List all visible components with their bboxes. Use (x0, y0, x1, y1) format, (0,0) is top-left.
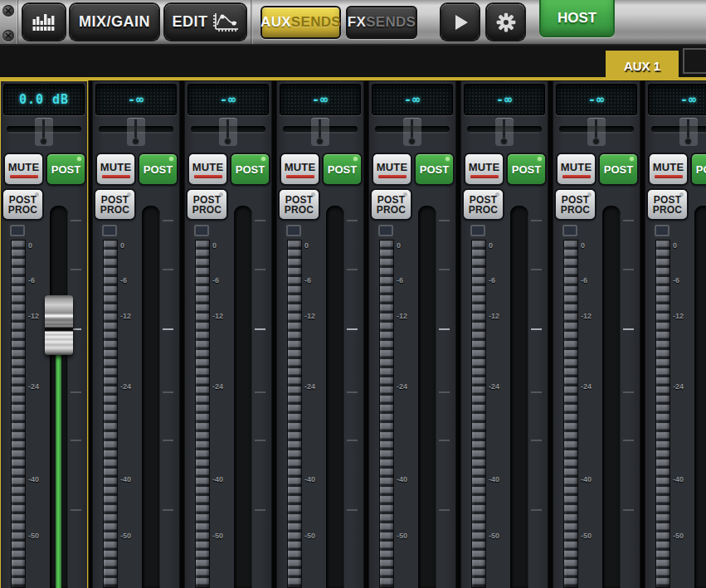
pan-slider-handle[interactable] (679, 118, 698, 146)
post-button[interactable]: POST (324, 154, 361, 184)
pan-slider-handle[interactable] (127, 118, 145, 146)
post-proc-led (35, 192, 39, 197)
fader-knob[interactable] (45, 295, 73, 355)
meter-scale-label: 0 (581, 241, 602, 250)
level-display[interactable]: -∞ (280, 84, 361, 115)
post-proc-button[interactable]: POST PROC (3, 190, 42, 219)
post-button[interactable]: POST (508, 154, 545, 184)
fader-track[interactable] (326, 206, 344, 588)
post-proc-button[interactable]: POST PROC (95, 190, 134, 219)
mute-button[interactable]: MUTE (650, 154, 687, 184)
level-meter (563, 240, 578, 588)
post-led (169, 157, 173, 161)
meter-scale-label: 0 (673, 241, 694, 250)
post-label: POST (328, 163, 357, 176)
meter-scale-label: -24 (212, 382, 234, 391)
meter-scale-label: -50 (581, 532, 602, 540)
fx-sends-button[interactable]: FXSENDS (346, 6, 417, 39)
mute-button[interactable]: MUTE (373, 154, 411, 184)
fader-tick (255, 220, 265, 221)
pan-slider-handle[interactable] (219, 118, 237, 146)
level-display-value: -∞ (496, 92, 513, 107)
post-proc-led (311, 192, 315, 197)
fader-track[interactable] (142, 206, 160, 588)
post-button[interactable]: POST (416, 154, 453, 184)
post-proc-button[interactable]: POST PROC (648, 190, 687, 219)
level-display[interactable]: -∞ (464, 84, 545, 115)
post-proc-button[interactable]: POST PROC (280, 190, 319, 219)
post-label: POST (144, 163, 173, 176)
tab-partial[interactable] (683, 48, 706, 74)
level-display[interactable]: -∞ (95, 84, 177, 115)
fader-tick (163, 220, 173, 221)
pan-slider-handle[interactable] (403, 118, 421, 146)
post-proc-button[interactable]: POST PROC (464, 190, 503, 219)
settings-button[interactable] (487, 4, 524, 40)
post-label: POST (236, 163, 265, 176)
meter-view-button[interactable] (23, 4, 65, 40)
mute-red-bar (194, 175, 222, 178)
fader-tick-unity (623, 328, 634, 330)
pan-slider-handle[interactable] (587, 118, 606, 146)
level-display[interactable]: -∞ (187, 84, 269, 115)
fader-track[interactable] (510, 206, 528, 588)
channel-strip: -∞ MUTE POST POST PROC 0 -6 -12 -24 -40 … (92, 80, 180, 588)
mute-button[interactable]: MUTE (557, 154, 595, 184)
level-meter (471, 240, 486, 588)
post-proc-label-line1: POST (470, 195, 497, 205)
mute-button[interactable]: MUTE (189, 154, 226, 184)
fader-track[interactable] (234, 206, 252, 588)
tab-aux-1[interactable]: AUX 1 (606, 51, 679, 80)
pan-slider-track[interactable] (651, 126, 706, 133)
post-button[interactable]: POST (600, 154, 637, 184)
fader-tick (347, 509, 358, 511)
pan-slider-handle[interactable] (495, 118, 514, 146)
fader-track[interactable] (694, 206, 706, 588)
fader-tick (163, 509, 173, 511)
post-proc-button[interactable]: POST PROC (372, 190, 411, 219)
pan-slider-handle[interactable] (311, 118, 329, 146)
mute-button[interactable]: MUTE (97, 154, 134, 184)
clip-indicator (10, 225, 25, 236)
channel-strip: -∞ MUTE POST POST PROC 0 -6 -12 -24 -40 … (276, 80, 364, 588)
host-button[interactable]: HOST (539, 0, 615, 37)
fader-track[interactable] (602, 206, 621, 588)
meter-scale-label: -12 (489, 312, 510, 320)
level-display[interactable]: 0.0 dB (3, 84, 85, 115)
post-button[interactable]: POST (231, 154, 269, 184)
pan-handle-line (687, 119, 689, 138)
mute-button[interactable]: MUTE (5, 154, 42, 184)
post-button[interactable]: POST (692, 154, 706, 184)
aux-sends-label-prefix: AUX (260, 14, 291, 31)
fader-tick-unity (531, 328, 542, 330)
aux-sends-button[interactable]: AUXSENDS (260, 6, 341, 39)
level-display[interactable]: -∞ (556, 84, 637, 115)
pan-slider-handle[interactable] (35, 118, 53, 146)
post-proc-led (587, 192, 592, 197)
gear-icon (495, 12, 517, 33)
fx-sends-label-prefix: FX (348, 14, 366, 31)
post-button[interactable]: POST (139, 154, 177, 184)
post-proc-label-line1: POST (377, 195, 405, 205)
meter-scale-label: -40 (397, 475, 418, 484)
fader-tick (623, 220, 634, 221)
clip-indicator (562, 225, 577, 236)
mix-gain-button[interactable]: MIX/GAIN (71, 4, 158, 40)
post-proc-button[interactable]: POST PROC (187, 190, 226, 219)
edit-button[interactable]: EDIT (165, 4, 246, 40)
meter-scale-label: -24 (120, 382, 142, 391)
mix-gain-label: MIX/GAIN (79, 13, 150, 31)
clip-indicator (286, 225, 301, 236)
fader-tick-unity (347, 328, 358, 330)
post-button[interactable]: POST (47, 154, 85, 184)
level-display[interactable]: -∞ (648, 84, 706, 115)
play-button[interactable] (441, 4, 479, 40)
toolbar-left-strip (0, 0, 18, 44)
level-display[interactable]: -∞ (372, 84, 453, 115)
post-proc-button[interactable]: POST PROC (556, 190, 595, 219)
post-proc-label-line2: PROC (8, 205, 37, 215)
mute-button[interactable]: MUTE (465, 154, 503, 184)
fader-track[interactable] (418, 206, 436, 588)
meter-scale-label: -40 (581, 475, 602, 484)
mute-button[interactable]: MUTE (281, 154, 319, 184)
